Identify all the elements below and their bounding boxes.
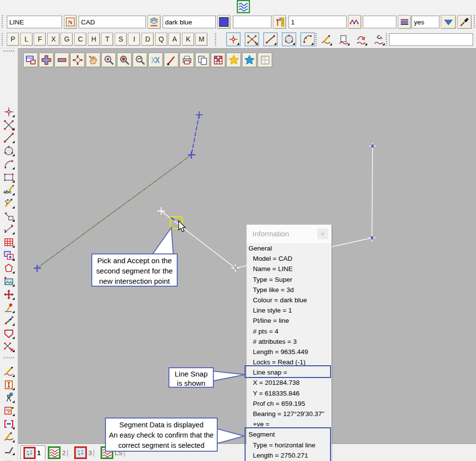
- toolbar-grip[interactable]: [1, 15, 3, 29]
- view-button[interactable]: [164, 53, 179, 67]
- view-button[interactable]: [39, 53, 54, 67]
- view-button[interactable]: [102, 53, 116, 67]
- cad-tool-button[interactable]: [2, 431, 15, 443]
- search-key-button[interactable]: M: [195, 33, 207, 46]
- view-button[interactable]: [242, 53, 257, 67]
- cad-tool-button[interactable]: [2, 366, 15, 377]
- cad-tool-button[interactable]: [2, 302, 15, 314]
- view-button[interactable]: [23, 53, 38, 67]
- cad-tool-button[interactable]: [337, 33, 351, 46]
- cad-tool-button[interactable]: [2, 444, 15, 456]
- search-key-button[interactable]: S: [115, 33, 127, 46]
- cad-tool-button[interactable]: [2, 405, 15, 417]
- snap-toggle-button[interactable]: [226, 32, 241, 46]
- cad-tool-button[interactable]: [319, 33, 333, 46]
- colour-swatch-button[interactable]: [217, 15, 230, 29]
- view-button[interactable]: [258, 53, 272, 67]
- toolbar-grip[interactable]: [1, 33, 3, 46]
- colour-input[interactable]: [163, 16, 216, 28]
- cad-tool-button[interactable]: [2, 341, 15, 353]
- cad-tool-button[interactable]: abc: [2, 184, 15, 196]
- search-key-button[interactable]: H: [88, 33, 100, 46]
- cad-tool-button[interactable]: [2, 210, 15, 222]
- view-button[interactable]: [148, 53, 163, 67]
- cad-tool-button[interactable]: [2, 250, 15, 261]
- cad-tool-button[interactable]: [2, 132, 15, 144]
- cad-tool-button[interactable]: [2, 106, 15, 118]
- model-input[interactable]: [79, 16, 146, 28]
- cad-tool-button[interactable]: [2, 119, 15, 131]
- close-icon[interactable]: ×: [317, 229, 328, 239]
- view-tab[interactable]: 2 |: [45, 445, 72, 460]
- view-button[interactable]: [211, 53, 226, 67]
- cad-tool-button[interactable]: [2, 314, 15, 326]
- snap-toggle-button[interactable]: [300, 32, 315, 46]
- toolbar-grip[interactable]: [386, 33, 387, 46]
- arc: [2, 158, 15, 170]
- cad-tool-button[interactable]: [2, 392, 15, 403]
- colour-swatch-icon: [218, 16, 229, 28]
- view-button[interactable]: [86, 53, 101, 67]
- cad-tool-button[interactable]: [2, 145, 15, 157]
- toolbar-grip[interactable]: [474, 15, 475, 29]
- search-key-button[interactable]: X: [47, 33, 60, 46]
- view-tab[interactable]: 3 |: [72, 445, 98, 460]
- search-key-button[interactable]: I: [128, 33, 140, 46]
- cad-tool-button[interactable]: [2, 171, 15, 183]
- view-button[interactable]: [55, 53, 69, 67]
- name-input[interactable]: [7, 16, 62, 28]
- tinable-dropdown-button[interactable]: [441, 15, 456, 29]
- search-key-button[interactable]: G: [61, 33, 73, 46]
- cad-tool-button[interactable]: [2, 328, 15, 339]
- view-tab[interactable]: 1: [21, 445, 45, 460]
- search-key-button[interactable]: L: [21, 33, 33, 46]
- cad-tool-button[interactable]: [2, 457, 15, 461]
- cad-tool-button[interactable]: [2, 289, 15, 300]
- search-key-button[interactable]: Q: [155, 33, 167, 46]
- view-button[interactable]: [133, 53, 147, 67]
- cad-tool-button[interactable]: [2, 275, 15, 287]
- view-button[interactable]: [227, 53, 241, 67]
- snap-toggle-button[interactable]: [282, 32, 296, 46]
- cad-tool-button[interactable]: [2, 158, 15, 170]
- callout-line-snap: Line Snap is shown: [168, 367, 214, 388]
- search-key-button[interactable]: T: [101, 33, 113, 46]
- weight-picker-button[interactable]: [398, 15, 411, 29]
- pick-brush: [166, 54, 177, 66]
- snap-toggle-button[interactable]: [245, 32, 259, 46]
- weight-input[interactable]: [363, 16, 396, 28]
- height-picker-button[interactable]: z: [273, 15, 286, 29]
- cad-tool-button[interactable]: [2, 197, 15, 209]
- search-key-button[interactable]: A: [168, 33, 181, 46]
- cad-text-input[interactable]: [389, 33, 473, 46]
- shield: [2, 328, 15, 339]
- search-key-button[interactable]: P: [7, 33, 19, 46]
- cad-tool-button[interactable]: [372, 33, 386, 46]
- linestyle-picker-button[interactable]: [348, 15, 361, 29]
- linestyle-input[interactable]: [289, 16, 347, 28]
- toolbar-grip[interactable]: [3, 50, 14, 52]
- view-button[interactable]: [70, 53, 85, 67]
- cad-tool-button[interactable]: [2, 418, 15, 430]
- search-key-button[interactable]: C: [74, 33, 86, 46]
- view-button[interactable]: [195, 53, 210, 67]
- cad-tool-button[interactable]: [354, 33, 368, 46]
- view-button[interactable]: [117, 53, 132, 67]
- information-panel-titlebar[interactable]: Information ×: [247, 225, 331, 243]
- cad-tool-button[interactable]: [2, 379, 15, 391]
- toolbar-grip[interactable]: [315, 33, 317, 46]
- cad-tool-button[interactable]: [2, 262, 15, 274]
- cad-tool-button[interactable]: [2, 236, 15, 248]
- eyedropper-button[interactable]: [457, 15, 472, 29]
- search-key-button[interactable]: D: [142, 33, 154, 46]
- cad-tool-button[interactable]: [2, 223, 15, 235]
- snap-toggle-button[interactable]: [263, 32, 278, 46]
- model-picker-button[interactable]: [147, 15, 161, 29]
- view-button[interactable]: [180, 53, 194, 67]
- tinable-input[interactable]: [412, 16, 439, 28]
- search-key-button[interactable]: F: [34, 33, 46, 46]
- toolbar-grip[interactable]: [215, 33, 216, 46]
- name-picker-button[interactable]: N: [64, 15, 77, 29]
- search-key-button[interactable]: K: [182, 33, 194, 46]
- height-input[interactable]: [233, 16, 271, 28]
